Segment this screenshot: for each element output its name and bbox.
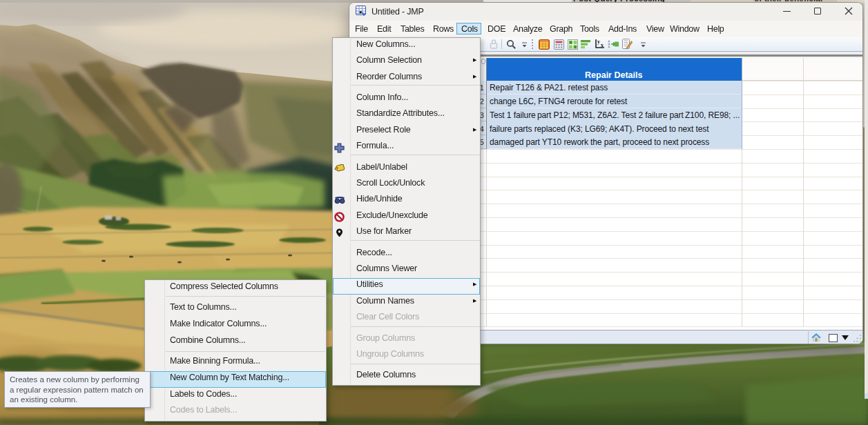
svg-text:x: x — [601, 42, 604, 48]
svg-text:y: y — [597, 39, 600, 45]
